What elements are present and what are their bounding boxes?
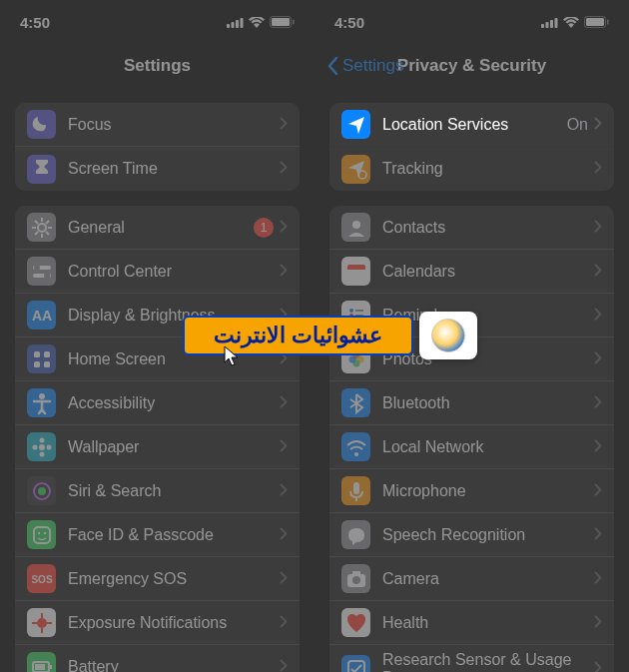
status-bar: 4:50 bbox=[0, 0, 314, 44]
row-camera[interactable]: Camera bbox=[329, 557, 614, 601]
settings-content[interactable]: FocusScreen Time General1Control CenterA… bbox=[0, 88, 314, 672]
row-label: Tracking bbox=[382, 160, 594, 178]
battery-icon bbox=[584, 16, 609, 28]
row-health[interactable]: Health bbox=[329, 601, 614, 645]
svg-rect-60 bbox=[353, 482, 359, 494]
row-exposure-notifications[interactable]: Exposure Notifications bbox=[15, 601, 300, 645]
mic-icon bbox=[341, 476, 370, 505]
row-focus[interactable]: Focus bbox=[15, 103, 300, 147]
svg-rect-44 bbox=[607, 20, 609, 25]
row-value: On bbox=[567, 116, 588, 134]
svg-rect-13 bbox=[34, 351, 40, 357]
svg-rect-36 bbox=[35, 664, 45, 670]
row-microphone[interactable]: Microphone bbox=[329, 469, 614, 513]
row-accessibility[interactable]: Accessibility bbox=[15, 381, 300, 425]
row-battery[interactable]: Battery bbox=[15, 645, 300, 672]
chevron-right-icon bbox=[594, 394, 602, 412]
row-label: Battery bbox=[68, 658, 280, 673]
contacts-icon bbox=[341, 213, 370, 242]
row-bluetooth[interactable]: Bluetooth bbox=[329, 381, 614, 425]
chevron-right-icon bbox=[280, 658, 288, 673]
svg-text:AA: AA bbox=[31, 308, 51, 324]
battery-icon bbox=[270, 16, 295, 28]
watermark-bar: عشوائيات الانترنت bbox=[183, 316, 413, 355]
row-contacts[interactable]: Contacts bbox=[329, 206, 614, 250]
svg-point-10 bbox=[34, 265, 40, 271]
nav-bar: Settings Privacy & Security bbox=[314, 44, 629, 88]
row-label: Research Sensor & Usage Data bbox=[382, 651, 594, 672]
back-button[interactable]: Settings bbox=[326, 44, 403, 88]
watermark-logo bbox=[419, 312, 477, 359]
network-icon bbox=[341, 432, 370, 461]
row-control-center[interactable]: Control Center bbox=[15, 250, 300, 294]
row-local-network[interactable]: Local Network bbox=[329, 425, 614, 469]
svg-point-22 bbox=[46, 444, 51, 449]
row-label: Location Services bbox=[382, 116, 567, 134]
svg-point-24 bbox=[38, 487, 46, 495]
chevron-right-icon bbox=[594, 482, 602, 500]
page-title: Privacy & Security bbox=[397, 56, 546, 76]
calendar-icon bbox=[341, 257, 370, 286]
camera-icon bbox=[341, 564, 370, 593]
signal-icon bbox=[227, 17, 244, 28]
row-label: General bbox=[68, 219, 254, 237]
research-icon bbox=[341, 655, 370, 673]
row-label: Contacts bbox=[382, 219, 594, 237]
svg-point-18 bbox=[39, 444, 45, 450]
row-screen-time[interactable]: Screen Time bbox=[15, 147, 300, 191]
svg-rect-16 bbox=[44, 361, 50, 367]
chevron-right-icon bbox=[280, 263, 288, 281]
row-label: Face ID & Passcode bbox=[68, 526, 280, 544]
svg-rect-25 bbox=[34, 527, 50, 543]
row-siri-search[interactable]: Siri & Search bbox=[15, 469, 300, 513]
svg-point-7 bbox=[38, 224, 46, 232]
row-tracking[interactable]: Tracking bbox=[329, 147, 614, 191]
svg-point-21 bbox=[32, 444, 37, 449]
gear-icon bbox=[27, 213, 56, 242]
cursor-icon bbox=[223, 344, 245, 366]
badge: 1 bbox=[254, 218, 274, 238]
svg-rect-15 bbox=[34, 361, 40, 367]
flower-icon bbox=[27, 432, 56, 461]
row-face-id-passcode[interactable]: Face ID & Passcode bbox=[15, 513, 300, 557]
svg-rect-6 bbox=[293, 20, 295, 25]
siri-icon bbox=[27, 476, 56, 505]
row-label: Accessibility bbox=[68, 394, 280, 412]
row-wallpaper[interactable]: Wallpaper bbox=[15, 425, 300, 469]
wifi-icon bbox=[563, 17, 579, 28]
svg-point-59 bbox=[354, 452, 358, 456]
chevron-right-icon bbox=[594, 116, 602, 134]
chevron-right-icon bbox=[280, 482, 288, 500]
speech-icon bbox=[341, 520, 370, 549]
status-indicators bbox=[227, 16, 295, 28]
svg-rect-0 bbox=[227, 24, 230, 28]
aa-icon: AA bbox=[27, 301, 56, 330]
svg-rect-41 bbox=[555, 18, 558, 28]
location-icon bbox=[341, 110, 370, 139]
row-calendars[interactable]: Calendars bbox=[329, 250, 614, 294]
chevron-right-icon bbox=[594, 263, 602, 281]
tracking-icon bbox=[341, 155, 370, 184]
chevron-right-icon bbox=[594, 350, 602, 368]
row-label: Emergency SOS bbox=[68, 570, 280, 588]
svg-rect-40 bbox=[550, 20, 553, 28]
row-location-services[interactable]: Location ServicesOn bbox=[329, 103, 614, 147]
chevron-right-icon bbox=[594, 614, 602, 632]
chevron-right-icon bbox=[280, 116, 288, 134]
watermark-banner: عشوائيات الانترنت bbox=[183, 309, 477, 362]
moon-icon bbox=[27, 110, 56, 139]
wifi-icon bbox=[249, 17, 265, 28]
row-label: Control Center bbox=[68, 263, 280, 281]
row-speech-recognition[interactable]: Speech Recognition bbox=[329, 513, 614, 557]
row-emergency-sos[interactable]: SOSEmergency SOS bbox=[15, 557, 300, 601]
page-title: Settings bbox=[124, 56, 191, 76]
row-label: Microphone bbox=[382, 482, 594, 500]
privacy-content[interactable]: Location ServicesOnTracking ContactsCale… bbox=[314, 88, 629, 672]
group-location: Location ServicesOnTracking bbox=[329, 103, 614, 191]
row-general[interactable]: General1 bbox=[15, 206, 300, 250]
row-research-sensor-usage-data[interactable]: Research Sensor & Usage Data bbox=[329, 645, 614, 672]
row-label: Bluetooth bbox=[382, 394, 594, 412]
status-bar: 4:50 bbox=[314, 0, 629, 44]
chevron-right-icon bbox=[280, 394, 288, 412]
svg-point-29 bbox=[37, 618, 47, 628]
